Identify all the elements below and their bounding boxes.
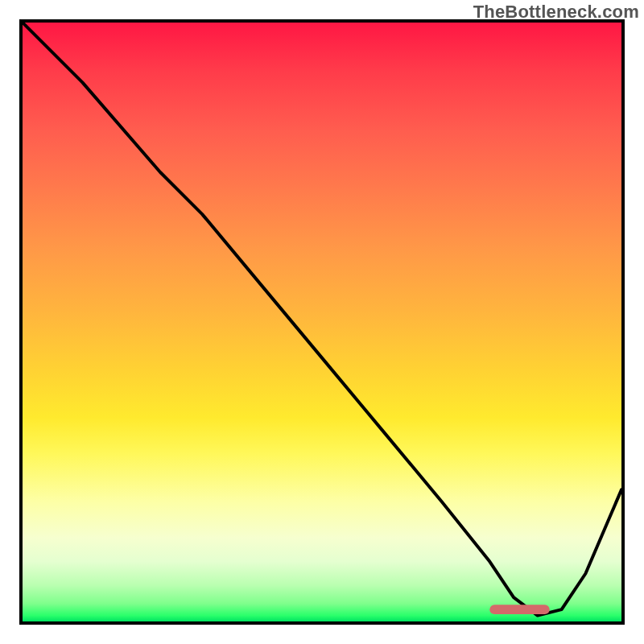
bottleneck-curve-line [23,23,621,616]
bottleneck-chart: TheBottleneck.com [0,0,644,644]
curve-layer [23,23,621,621]
watermark-text: TheBottleneck.com [473,2,639,23]
optimal-range-marker [489,605,549,614]
